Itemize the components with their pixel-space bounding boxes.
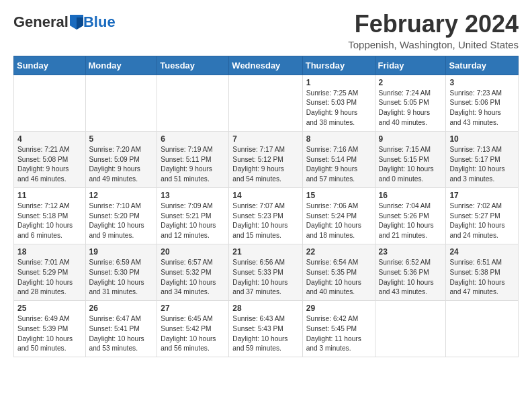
table-row: 24Sunrise: 6:51 AM Sunset: 5:38 PM Dayli…: [446, 244, 519, 300]
day-number: 16: [379, 191, 443, 200]
day-number: 1: [306, 78, 371, 87]
day-info: Sunrise: 7:10 AM Sunset: 5:20 PM Dayligh…: [89, 201, 154, 241]
table-row: 12Sunrise: 7:10 AM Sunset: 5:20 PM Dayli…: [85, 187, 157, 244]
calendar-week-row: 4Sunrise: 7:21 AM Sunset: 5:08 PM Daylig…: [14, 131, 519, 187]
day-number: 27: [161, 304, 225, 313]
calendar-week-row: 18Sunrise: 7:01 AM Sunset: 5:29 PM Dayli…: [14, 244, 519, 300]
day-info: Sunrise: 7:25 AM Sunset: 5:03 PM Dayligh…: [306, 89, 371, 128]
day-number: 28: [232, 304, 298, 313]
logo-icon: [70, 15, 83, 30]
day-number: 18: [17, 247, 82, 257]
day-info: Sunrise: 6:42 AM Sunset: 5:45 PM Dayligh…: [306, 314, 371, 354]
table-row: 23Sunrise: 6:52 AM Sunset: 5:36 PM Dayli…: [375, 244, 446, 300]
day-number: 9: [379, 134, 443, 144]
table-row: 28Sunrise: 6:43 AM Sunset: 5:43 PM Dayli…: [229, 301, 302, 357]
day-number: 23: [379, 247, 443, 257]
day-info: Sunrise: 7:17 AM Sunset: 5:12 PM Dayligh…: [232, 145, 298, 185]
logo: General Blue: [13, 13, 116, 31]
table-row: 1Sunrise: 7:25 AM Sunset: 5:03 PM Daylig…: [302, 75, 375, 131]
table-row: 19Sunrise: 6:59 AM Sunset: 5:30 PM Dayli…: [85, 244, 157, 300]
day-number: 17: [449, 191, 515, 200]
page-header: General Blue February 2024 Toppenish, Wa…: [13, 11, 519, 50]
day-info: Sunrise: 7:06 AM Sunset: 5:24 PM Dayligh…: [306, 201, 371, 241]
day-number: 24: [449, 247, 515, 257]
table-row: 8Sunrise: 7:16 AM Sunset: 5:14 PM Daylig…: [302, 131, 375, 187]
calendar-table: Sunday Monday Tuesday Wednesday Thursday…: [13, 56, 519, 358]
day-info: Sunrise: 7:20 AM Sunset: 5:09 PM Dayligh…: [89, 145, 154, 185]
table-row: 26Sunrise: 6:47 AM Sunset: 5:41 PM Dayli…: [85, 301, 157, 357]
day-info: Sunrise: 7:19 AM Sunset: 5:11 PM Dayligh…: [161, 145, 225, 185]
day-info: Sunrise: 7:16 AM Sunset: 5:14 PM Dayligh…: [306, 145, 371, 185]
day-number: 20: [161, 247, 225, 257]
day-info: Sunrise: 6:57 AM Sunset: 5:32 PM Dayligh…: [161, 258, 225, 298]
day-info: Sunrise: 6:54 AM Sunset: 5:35 PM Dayligh…: [306, 258, 371, 298]
table-row: 15Sunrise: 7:06 AM Sunset: 5:24 PM Dayli…: [302, 187, 375, 244]
day-info: Sunrise: 6:47 AM Sunset: 5:41 PM Dayligh…: [89, 314, 154, 354]
day-info: Sunrise: 7:12 AM Sunset: 5:18 PM Dayligh…: [17, 201, 82, 241]
table-row: 29Sunrise: 6:42 AM Sunset: 5:45 PM Dayli…: [302, 301, 375, 357]
day-info: Sunrise: 6:49 AM Sunset: 5:39 PM Dayligh…: [17, 314, 82, 354]
table-row: [85, 75, 157, 131]
calendar-week-row: 1Sunrise: 7:25 AM Sunset: 5:03 PM Daylig…: [14, 75, 519, 131]
table-row: 6Sunrise: 7:19 AM Sunset: 5:11 PM Daylig…: [157, 131, 229, 187]
table-row: 18Sunrise: 7:01 AM Sunset: 5:29 PM Dayli…: [14, 244, 86, 300]
day-number: 8: [306, 134, 371, 144]
location-title: Toppenish, Washington, United States: [348, 39, 519, 50]
title-area: February 2024 Toppenish, Washington, Uni…: [348, 11, 519, 50]
day-number: 14: [232, 191, 298, 200]
table-row: 13Sunrise: 7:09 AM Sunset: 5:21 PM Dayli…: [157, 187, 229, 244]
day-number: 7: [232, 134, 298, 144]
day-number: 21: [232, 247, 298, 257]
day-number: 6: [161, 134, 225, 144]
day-info: Sunrise: 6:56 AM Sunset: 5:33 PM Dayligh…: [232, 258, 298, 298]
table-row: 27Sunrise: 6:45 AM Sunset: 5:42 PM Dayli…: [157, 301, 229, 357]
day-info: Sunrise: 6:45 AM Sunset: 5:42 PM Dayligh…: [161, 314, 225, 354]
day-number: 13: [161, 191, 225, 200]
day-number: 5: [89, 134, 154, 144]
svg-marker-1: [77, 17, 83, 30]
table-row: 14Sunrise: 7:07 AM Sunset: 5:23 PM Dayli…: [229, 187, 302, 244]
day-number: 2: [379, 78, 443, 87]
calendar-header-row: Sunday Monday Tuesday Wednesday Thursday…: [14, 56, 519, 75]
day-number: 12: [89, 191, 154, 200]
table-row: [14, 75, 86, 131]
day-info: Sunrise: 7:21 AM Sunset: 5:08 PM Dayligh…: [17, 145, 82, 185]
table-row: [375, 301, 446, 357]
day-number: 29: [306, 304, 371, 313]
table-row: [157, 75, 229, 131]
col-friday: Friday: [375, 56, 446, 75]
table-row: 25Sunrise: 6:49 AM Sunset: 5:39 PM Dayli…: [14, 301, 86, 357]
day-info: Sunrise: 6:59 AM Sunset: 5:30 PM Dayligh…: [89, 258, 154, 298]
table-row: 17Sunrise: 7:02 AM Sunset: 5:27 PM Dayli…: [446, 187, 519, 244]
table-row: 11Sunrise: 7:12 AM Sunset: 5:18 PM Dayli…: [14, 187, 86, 244]
logo-blue: Blue: [83, 13, 116, 31]
table-row: 21Sunrise: 6:56 AM Sunset: 5:33 PM Dayli…: [229, 244, 302, 300]
day-number: 3: [449, 78, 515, 87]
logo-general: General: [13, 13, 69, 31]
col-thursday: Thursday: [302, 56, 375, 75]
day-info: Sunrise: 7:15 AM Sunset: 5:15 PM Dayligh…: [379, 145, 443, 185]
month-title: February 2024: [348, 11, 519, 38]
day-number: 26: [89, 304, 154, 313]
table-row: [446, 301, 519, 357]
col-saturday: Saturday: [446, 56, 519, 75]
day-number: 15: [306, 191, 371, 200]
day-info: Sunrise: 7:23 AM Sunset: 5:06 PM Dayligh…: [449, 89, 515, 128]
day-info: Sunrise: 6:52 AM Sunset: 5:36 PM Dayligh…: [379, 258, 443, 298]
day-info: Sunrise: 7:01 AM Sunset: 5:29 PM Dayligh…: [17, 258, 82, 298]
table-row: 20Sunrise: 6:57 AM Sunset: 5:32 PM Dayli…: [157, 244, 229, 300]
day-info: Sunrise: 6:51 AM Sunset: 5:38 PM Dayligh…: [449, 258, 515, 298]
table-row: 22Sunrise: 6:54 AM Sunset: 5:35 PM Dayli…: [302, 244, 375, 300]
day-info: Sunrise: 7:04 AM Sunset: 5:26 PM Dayligh…: [379, 201, 443, 241]
day-number: 11: [17, 191, 82, 200]
col-sunday: Sunday: [14, 56, 86, 75]
table-row: 9Sunrise: 7:15 AM Sunset: 5:15 PM Daylig…: [375, 131, 446, 187]
day-number: 10: [449, 134, 515, 144]
table-row: 5Sunrise: 7:20 AM Sunset: 5:09 PM Daylig…: [85, 131, 157, 187]
day-info: Sunrise: 7:09 AM Sunset: 5:21 PM Dayligh…: [161, 201, 225, 241]
day-info: Sunrise: 7:02 AM Sunset: 5:27 PM Dayligh…: [449, 201, 515, 241]
day-number: 4: [17, 134, 82, 144]
day-info: Sunrise: 7:07 AM Sunset: 5:23 PM Dayligh…: [232, 201, 298, 241]
day-number: 22: [306, 247, 371, 257]
table-row: [229, 75, 302, 131]
